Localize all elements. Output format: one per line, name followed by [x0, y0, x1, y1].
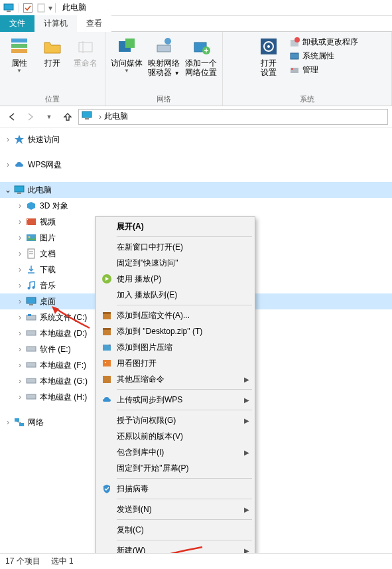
network-icon — [13, 416, 25, 428]
svg-rect-44 — [27, 363, 36, 367]
cube-icon — [25, 200, 37, 212]
manage-icon — [289, 65, 300, 76]
drive-icon — [25, 327, 37, 339]
back-button[interactable] — [4, 109, 20, 125]
ribbon-group-location: 属性 ▼ 打开 重命名 位置 — [0, 32, 105, 106]
media-button[interactable]: 访问媒体 ▼ — [111, 36, 143, 74]
cm-pin-quick[interactable]: 固定到"快速访问" — [97, 255, 253, 271]
cm-copy[interactable]: 复制(C) — [97, 522, 253, 538]
properties-button[interactable]: 属性 ▼ — [5, 36, 33, 74]
cm-compress-img[interactable]: 添加到图片压缩 — [97, 339, 253, 355]
open-button[interactable]: 打开 — [38, 36, 66, 68]
checkbox-icon[interactable] — [22, 2, 34, 14]
svg-line-49 — [17, 422, 21, 423]
cm-wps-sync[interactable]: 上传或同步到WPS▶ — [97, 392, 253, 408]
tab-view[interactable]: 查看 — [77, 15, 111, 32]
recent-button[interactable]: ▼ — [41, 109, 57, 125]
svg-point-12 — [164, 38, 171, 44]
address-bar[interactable]: › 此电脑 — [78, 109, 388, 125]
svg-rect-29 — [27, 224, 28, 224]
rename-button: 重命名 — [72, 36, 99, 68]
svg-rect-4 — [11, 39, 27, 42]
ribbon-group-system: 打开设置 卸载或更改程序 系统属性 管理 系统 — [223, 32, 392, 106]
svg-rect-46 — [27, 394, 36, 399]
svg-rect-20 — [291, 53, 298, 59]
document-icon[interactable] — [35, 2, 47, 14]
cm-send-to[interactable]: 发送到(N)▶ — [97, 501, 253, 517]
video-icon — [25, 216, 37, 228]
svg-rect-3 — [38, 4, 44, 12]
svg-point-57 — [105, 362, 106, 363]
svg-rect-58 — [103, 376, 111, 383]
play-icon — [101, 273, 113, 285]
chevron-right-icon: ▶ — [244, 449, 249, 456]
cm-expand[interactable]: 展开(A) — [97, 218, 253, 234]
group-label: 系统 — [300, 94, 314, 104]
add-location-button[interactable]: 添加一个网络位置 — [185, 36, 217, 77]
image-viewer-icon — [101, 357, 113, 369]
cm-other-compress[interactable]: 其他压缩命令▶ — [97, 371, 253, 387]
svg-rect-22 — [291, 68, 293, 70]
monitor-icon — [3, 2, 15, 14]
chevron-right-icon: ▶ — [244, 506, 249, 513]
tab-file[interactable]: 文件 — [0, 15, 34, 32]
archive-icon — [101, 373, 113, 385]
sysprops-button[interactable]: 系统属性 — [288, 50, 359, 62]
separator — [55, 3, 56, 13]
cm-pin-start[interactable]: 固定到"开始"屏幕(P) — [97, 460, 253, 476]
ribbon-group-network: 访问媒体 ▼ 映射网络驱动器 ▼ 添加一个网络位置 网络 — [105, 32, 223, 106]
svg-point-36 — [28, 287, 31, 289]
cm-compress-zip[interactable]: 添加到 "Desktop.zip" (T) — [97, 323, 253, 339]
svg-rect-1 — [7, 11, 11, 12]
up-button[interactable] — [60, 109, 76, 125]
window-title: 此电脑 — [62, 2, 86, 13]
cm-scan-virus[interactable]: 扫描病毒 — [97, 481, 253, 497]
forward-button — [23, 109, 38, 125]
cm-open-image[interactable]: 用看图打开 — [97, 355, 253, 371]
tree-wps-cloud[interactable]: ›WPS网盘 — [0, 157, 392, 173]
music-icon — [25, 280, 37, 291]
cm-use-play[interactable]: 使用 播放(P) — [97, 271, 253, 287]
settings-icon — [258, 36, 279, 57]
cm-add-playlist[interactable]: 加入 播放队列(E) — [97, 287, 253, 303]
map-drive-button[interactable]: 映射网络驱动器 ▼ — [148, 36, 180, 78]
ribbon: 属性 ▼ 打开 重命名 位置 访问媒体 ▼ 映射网络驱动器 ▼ — [0, 32, 392, 106]
cm-compress-file[interactable]: 添加到压缩文件(A)... — [97, 307, 253, 323]
svg-point-19 — [294, 37, 300, 42]
add-location-icon — [190, 36, 212, 57]
group-label: 网络 — [157, 94, 171, 104]
svg-rect-45 — [27, 378, 36, 383]
svg-rect-0 — [4, 4, 13, 10]
tab-computer[interactable]: 计算机 — [34, 15, 77, 32]
uninstall-icon — [289, 37, 300, 48]
tree-this-pc[interactable]: ⌄此电脑 — [0, 182, 392, 198]
svg-rect-7 — [79, 42, 92, 52]
archive-icon — [101, 309, 113, 321]
cloud-icon — [13, 159, 25, 171]
tree-quick-access[interactable]: ›快速访问 — [0, 131, 392, 147]
svg-point-31 — [29, 236, 31, 238]
picture-icon — [25, 232, 37, 244]
navbar: ▼ › 此电脑 — [0, 106, 392, 127]
open-settings-button[interactable]: 打开设置 — [255, 36, 283, 77]
drive-icon — [25, 375, 37, 387]
tab-strip: 文件 计算机 查看 — [0, 16, 392, 32]
sysprops-icon — [289, 51, 300, 62]
svg-rect-42 — [27, 331, 36, 335]
wps-cloud-icon — [101, 394, 113, 406]
tree-item[interactable]: ›3D 对象 — [0, 198, 392, 214]
cm-grant-access[interactable]: 授予访问权限(G)▶ — [97, 412, 253, 428]
cm-new-window[interactable]: 在新窗口中打开(E) — [97, 239, 253, 255]
svg-rect-5 — [11, 44, 27, 48]
svg-rect-38 — [27, 297, 36, 303]
chevron-right-icon: ▶ — [244, 376, 249, 383]
svg-rect-52 — [103, 312, 111, 314]
properties-icon — [9, 36, 30, 57]
title-bar: ▾ 此电脑 — [0, 0, 392, 16]
cm-include-library[interactable]: 包含到库中(I)▶ — [97, 444, 253, 460]
uninstall-button[interactable]: 卸载或更改程序 — [288, 36, 359, 48]
manage-button[interactable]: 管理 — [288, 64, 359, 76]
svg-rect-6 — [11, 49, 27, 53]
cm-restore[interactable]: 还原以前的版本(V) — [97, 428, 253, 444]
shield-icon — [101, 483, 113, 495]
